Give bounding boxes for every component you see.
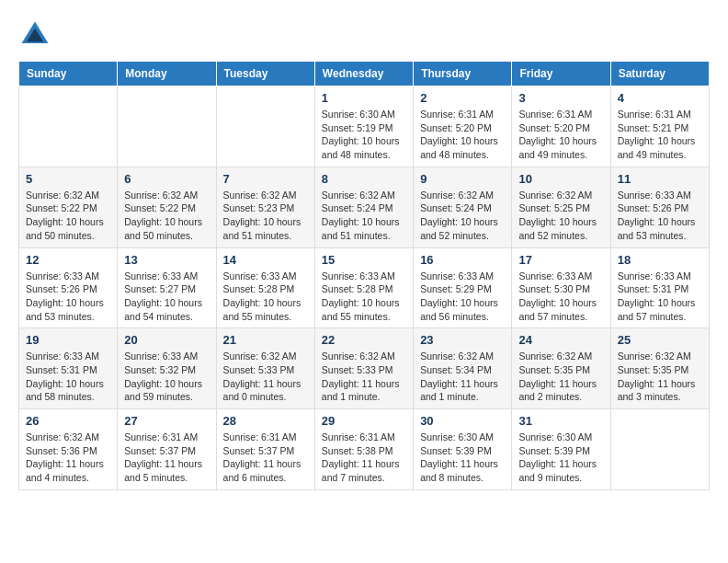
calendar-cell [19, 86, 118, 167]
calendar-cell: 16Sunrise: 6:33 AMSunset: 5:29 PMDayligh… [414, 247, 512, 328]
calendar: SundayMondayTuesdayWednesdayThursdayFrid… [18, 61, 710, 490]
day-number: 4 [618, 91, 702, 105]
day-number: 5 [26, 172, 110, 186]
calendar-cell: 17Sunrise: 6:33 AMSunset: 5:30 PMDayligh… [512, 247, 610, 328]
day-info: Sunrise: 6:32 AMSunset: 5:35 PMDaylight:… [518, 350, 603, 404]
weekday-header-row: SundayMondayTuesdayWednesdayThursdayFrid… [19, 62, 710, 86]
day-info: Sunrise: 6:33 AMSunset: 5:31 PMDaylight:… [26, 350, 110, 404]
day-info: Sunrise: 6:32 AMSunset: 5:34 PMDaylight:… [420, 350, 505, 404]
calendar-cell: 30Sunrise: 6:30 AMSunset: 5:39 PMDayligh… [414, 409, 512, 490]
day-number: 19 [26, 333, 110, 347]
calendar-cell [610, 409, 709, 490]
day-info: Sunrise: 6:31 AMSunset: 5:21 PMDaylight:… [618, 108, 702, 162]
day-number: 13 [124, 253, 209, 267]
week-row-5: 26Sunrise: 6:32 AMSunset: 5:36 PMDayligh… [19, 409, 710, 490]
day-number: 8 [322, 172, 406, 186]
calendar-cell: 13Sunrise: 6:33 AMSunset: 5:27 PMDayligh… [118, 247, 216, 328]
calendar-cell: 11Sunrise: 6:33 AMSunset: 5:26 PMDayligh… [610, 167, 709, 247]
logo-icon [18, 18, 51, 52]
day-info: Sunrise: 6:31 AMSunset: 5:20 PMDaylight:… [518, 108, 603, 162]
calendar-cell: 31Sunrise: 6:30 AMSunset: 5:39 PMDayligh… [512, 409, 610, 490]
day-number: 15 [322, 253, 406, 267]
calendar-cell: 3Sunrise: 6:31 AMSunset: 5:20 PMDaylight… [512, 86, 610, 167]
day-number: 26 [26, 414, 110, 428]
day-info: Sunrise: 6:30 AMSunset: 5:39 PMDaylight:… [420, 431, 505, 485]
calendar-cell: 24Sunrise: 6:32 AMSunset: 5:35 PMDayligh… [512, 328, 610, 409]
day-info: Sunrise: 6:32 AMSunset: 5:35 PMDaylight:… [618, 350, 702, 404]
day-number: 31 [518, 414, 603, 428]
day-info: Sunrise: 6:32 AMSunset: 5:25 PMDaylight:… [518, 189, 603, 243]
day-info: Sunrise: 6:33 AMSunset: 5:27 PMDaylight:… [124, 270, 209, 324]
calendar-cell: 29Sunrise: 6:31 AMSunset: 5:38 PMDayligh… [314, 409, 413, 490]
day-info: Sunrise: 6:30 AMSunset: 5:19 PMDaylight:… [322, 108, 406, 162]
day-info: Sunrise: 6:32 AMSunset: 5:33 PMDaylight:… [223, 350, 308, 404]
day-number: 14 [223, 253, 308, 267]
calendar-cell: 23Sunrise: 6:32 AMSunset: 5:34 PMDayligh… [414, 328, 512, 409]
calendar-cell: 1Sunrise: 6:30 AMSunset: 5:19 PMDaylight… [314, 86, 413, 167]
day-number: 7 [223, 172, 308, 186]
calendar-cell: 18Sunrise: 6:33 AMSunset: 5:31 PMDayligh… [610, 247, 709, 328]
page-header [18, 18, 710, 52]
day-number: 16 [420, 253, 505, 267]
day-number: 1 [322, 91, 406, 105]
day-info: Sunrise: 6:32 AMSunset: 5:23 PMDaylight:… [223, 189, 308, 243]
day-number: 24 [518, 333, 603, 347]
day-info: Sunrise: 6:32 AMSunset: 5:33 PMDaylight:… [322, 350, 406, 404]
week-row-1: 1Sunrise: 6:30 AMSunset: 5:19 PMDaylight… [19, 86, 710, 167]
day-number: 30 [420, 414, 505, 428]
calendar-cell: 6Sunrise: 6:32 AMSunset: 5:22 PMDaylight… [118, 167, 216, 247]
calendar-body: 1Sunrise: 6:30 AMSunset: 5:19 PMDaylight… [19, 86, 710, 490]
day-info: Sunrise: 6:31 AMSunset: 5:38 PMDaylight:… [322, 431, 406, 485]
calendar-cell: 10Sunrise: 6:32 AMSunset: 5:25 PMDayligh… [512, 167, 610, 247]
day-info: Sunrise: 6:31 AMSunset: 5:20 PMDaylight:… [420, 108, 505, 162]
weekday-header-saturday: Saturday [610, 62, 709, 86]
day-number: 27 [124, 414, 209, 428]
calendar-cell [118, 86, 216, 167]
day-info: Sunrise: 6:32 AMSunset: 5:22 PMDaylight:… [124, 189, 209, 243]
day-info: Sunrise: 6:31 AMSunset: 5:37 PMDaylight:… [223, 431, 308, 485]
calendar-cell: 28Sunrise: 6:31 AMSunset: 5:37 PMDayligh… [216, 409, 314, 490]
day-number: 11 [618, 172, 702, 186]
calendar-cell: 5Sunrise: 6:32 AMSunset: 5:22 PMDaylight… [19, 167, 118, 247]
day-info: Sunrise: 6:33 AMSunset: 5:26 PMDaylight:… [618, 189, 702, 243]
day-info: Sunrise: 6:33 AMSunset: 5:29 PMDaylight:… [420, 270, 505, 324]
calendar-cell: 20Sunrise: 6:33 AMSunset: 5:32 PMDayligh… [118, 328, 216, 409]
weekday-header-friday: Friday [512, 62, 610, 86]
calendar-cell: 27Sunrise: 6:31 AMSunset: 5:37 PMDayligh… [118, 409, 216, 490]
day-info: Sunrise: 6:33 AMSunset: 5:32 PMDaylight:… [124, 350, 209, 404]
day-number: 10 [518, 172, 603, 186]
calendar-cell: 12Sunrise: 6:33 AMSunset: 5:26 PMDayligh… [19, 247, 118, 328]
calendar-cell: 25Sunrise: 6:32 AMSunset: 5:35 PMDayligh… [610, 328, 709, 409]
day-number: 23 [420, 333, 505, 347]
weekday-header-wednesday: Wednesday [314, 62, 413, 86]
day-info: Sunrise: 6:32 AMSunset: 5:36 PMDaylight:… [26, 431, 110, 485]
calendar-cell: 8Sunrise: 6:32 AMSunset: 5:24 PMDaylight… [314, 167, 413, 247]
calendar-cell: 2Sunrise: 6:31 AMSunset: 5:20 PMDaylight… [414, 86, 512, 167]
calendar-cell: 22Sunrise: 6:32 AMSunset: 5:33 PMDayligh… [314, 328, 413, 409]
calendar-cell: 19Sunrise: 6:33 AMSunset: 5:31 PMDayligh… [19, 328, 118, 409]
day-info: Sunrise: 6:32 AMSunset: 5:24 PMDaylight:… [322, 189, 406, 243]
day-number: 29 [322, 414, 406, 428]
calendar-cell: 14Sunrise: 6:33 AMSunset: 5:28 PMDayligh… [216, 247, 314, 328]
week-row-4: 19Sunrise: 6:33 AMSunset: 5:31 PMDayligh… [19, 328, 710, 409]
day-number: 22 [322, 333, 406, 347]
day-number: 25 [618, 333, 702, 347]
calendar-cell: 21Sunrise: 6:32 AMSunset: 5:33 PMDayligh… [216, 328, 314, 409]
week-row-3: 12Sunrise: 6:33 AMSunset: 5:26 PMDayligh… [19, 247, 710, 328]
calendar-cell: 26Sunrise: 6:32 AMSunset: 5:36 PMDayligh… [19, 409, 118, 490]
day-number: 18 [618, 253, 702, 267]
weekday-header-thursday: Thursday [414, 62, 512, 86]
day-number: 17 [518, 253, 603, 267]
calendar-cell: 7Sunrise: 6:32 AMSunset: 5:23 PMDaylight… [216, 167, 314, 247]
day-info: Sunrise: 6:33 AMSunset: 5:28 PMDaylight:… [223, 270, 308, 324]
day-info: Sunrise: 6:33 AMSunset: 5:30 PMDaylight:… [518, 270, 603, 324]
day-number: 3 [518, 91, 603, 105]
day-number: 20 [124, 333, 209, 347]
day-number: 28 [223, 414, 308, 428]
day-info: Sunrise: 6:31 AMSunset: 5:37 PMDaylight:… [124, 431, 209, 485]
day-info: Sunrise: 6:32 AMSunset: 5:24 PMDaylight:… [420, 189, 505, 243]
day-number: 21 [223, 333, 308, 347]
day-number: 6 [124, 172, 209, 186]
calendar-cell: 4Sunrise: 6:31 AMSunset: 5:21 PMDaylight… [610, 86, 709, 167]
day-number: 9 [420, 172, 505, 186]
